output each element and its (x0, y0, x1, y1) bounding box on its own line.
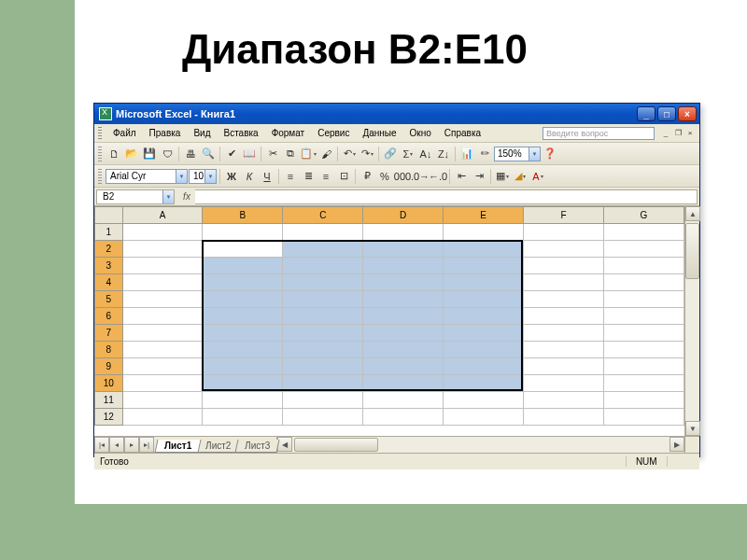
row-header-12[interactable]: 12 (95, 409, 123, 426)
hscroll-thumb[interactable] (294, 438, 378, 452)
spelling-icon[interactable]: ✔ (223, 146, 240, 162)
drawing-icon[interactable]: ✏ (476, 146, 493, 162)
print-icon[interactable]: 🖶 (182, 146, 199, 162)
cell-B10[interactable] (203, 375, 283, 392)
cell-F12[interactable] (524, 409, 604, 426)
menu-insert[interactable]: Вставка (218, 126, 263, 140)
cell-F10[interactable] (524, 375, 604, 392)
zoom-combo[interactable]: 150% ▼ (494, 147, 541, 161)
help-search-box[interactable]: Введите вопрос (543, 127, 655, 140)
menu-help[interactable]: Справка (439, 126, 486, 140)
cell-B3[interactable] (203, 258, 283, 274)
sheet-tab-Лист3[interactable]: Лист3 (235, 440, 280, 453)
col-header-G[interactable]: G (603, 207, 684, 224)
col-header-C[interactable]: C (283, 207, 363, 224)
row-header-11[interactable]: 11 (95, 392, 123, 409)
col-header-A[interactable]: A (122, 207, 203, 224)
horizontal-scrollbar[interactable]: ◀ ▶ (276, 437, 684, 453)
cell-D4[interactable] (363, 274, 444, 291)
cell-F2[interactable] (524, 241, 604, 258)
cell-D1[interactable] (363, 224, 444, 241)
cell-E9[interactable] (444, 358, 524, 375)
cell-B9[interactable] (203, 358, 283, 375)
close-button[interactable]: × (678, 106, 697, 121)
cell-C2[interactable] (283, 241, 363, 258)
decrease-indent-icon[interactable]: ⇤ (453, 168, 470, 185)
cell-C4[interactable] (283, 274, 363, 291)
cell-C8[interactable] (283, 342, 363, 358)
cell-B6[interactable] (203, 308, 283, 325)
chevron-down-icon[interactable]: ▼ (204, 170, 216, 183)
vscroll-track[interactable] (685, 221, 699, 421)
toolbar-grip[interactable] (98, 169, 102, 184)
cell-C12[interactable] (283, 409, 363, 426)
cell-B4[interactable] (203, 274, 283, 291)
spreadsheet-grid[interactable]: ABCDEFG123456789101112 (94, 206, 684, 426)
open-icon[interactable]: 📂 (123, 146, 140, 162)
cell-C11[interactable] (283, 392, 363, 409)
col-header-B[interactable]: B (203, 207, 283, 224)
row-header-1[interactable]: 1 (95, 224, 123, 241)
col-header-E[interactable]: E (444, 207, 524, 224)
cell-B11[interactable] (203, 392, 283, 409)
row-header-2[interactable]: 2 (95, 241, 123, 258)
new-icon[interactable]: 🗋 (106, 146, 122, 162)
menu-format[interactable]: Формат (266, 126, 311, 140)
cell-C7[interactable] (283, 325, 363, 342)
cell-G7[interactable] (603, 325, 684, 342)
cell-A6[interactable] (122, 308, 203, 325)
align-left-icon[interactable]: ≡ (282, 168, 299, 185)
paste-icon[interactable]: 📋 (300, 146, 317, 162)
merge-center-icon[interactable]: ⊡ (335, 168, 352, 185)
cell-F8[interactable] (524, 342, 604, 358)
cell-E3[interactable] (444, 258, 524, 274)
cell-A4[interactable] (122, 274, 203, 291)
cell-A10[interactable] (122, 375, 203, 392)
cell-C5[interactable] (283, 291, 363, 308)
chevron-down-icon[interactable]: ▼ (162, 190, 174, 203)
cell-C1[interactable] (283, 224, 363, 241)
cell-G5[interactable] (603, 291, 684, 308)
cell-A2[interactable] (122, 241, 203, 258)
menu-tools[interactable]: Сервис (312, 126, 355, 140)
cell-A5[interactable] (122, 291, 203, 308)
row-header-6[interactable]: 6 (95, 308, 123, 325)
print-preview-icon[interactable]: 🔍 (200, 146, 217, 162)
cell-D5[interactable] (363, 291, 444, 308)
menu-grip[interactable] (98, 127, 102, 140)
font-color-icon[interactable]: A (529, 168, 546, 185)
row-header-8[interactable]: 8 (95, 342, 123, 358)
vertical-scrollbar[interactable]: ▲ ▼ (684, 206, 699, 436)
cell-G11[interactable] (603, 392, 684, 409)
cell-E8[interactable] (444, 342, 524, 358)
cell-B7[interactable] (203, 325, 283, 342)
sort-asc-icon[interactable]: A↓ (417, 146, 434, 162)
sheet-tab-Лист2[interactable]: Лист2 (196, 440, 241, 453)
align-center-icon[interactable]: ≣ (300, 168, 317, 185)
cell-E5[interactable] (444, 291, 524, 308)
cell-A11[interactable] (122, 392, 203, 409)
vscroll-thumb[interactable] (685, 223, 699, 279)
comma-icon[interactable]: 000 (394, 168, 411, 185)
cell-G1[interactable] (603, 224, 684, 241)
cell-C3[interactable] (283, 258, 363, 274)
undo-icon[interactable]: ↶ (341, 146, 358, 162)
cell-G3[interactable] (603, 258, 684, 274)
cell-F6[interactable] (524, 308, 604, 325)
decrease-decimal-icon[interactable]: ←.0 (430, 168, 446, 185)
format-painter-icon[interactable]: 🖌 (317, 146, 334, 162)
cell-D12[interactable] (363, 409, 444, 426)
cell-E10[interactable] (444, 375, 524, 392)
cell-B12[interactable] (203, 409, 283, 426)
chart-wizard-icon[interactable]: 📊 (458, 146, 475, 162)
borders-icon[interactable]: ▦ (494, 168, 511, 185)
scroll-up-icon[interactable]: ▲ (685, 206, 700, 221)
hscroll-track[interactable] (292, 437, 669, 453)
sheet-grid-scroll[interactable]: ABCDEFG123456789101112 (94, 206, 684, 436)
sheet-tab-Лист1[interactable]: Лист1 (155, 440, 202, 453)
hyperlink-icon[interactable]: 🔗 (382, 146, 399, 162)
col-header-F[interactable]: F (524, 207, 604, 224)
cell-B1[interactable] (203, 224, 283, 241)
cut-icon[interactable]: ✂ (264, 146, 281, 162)
copy-icon[interactable]: ⧉ (282, 146, 299, 162)
